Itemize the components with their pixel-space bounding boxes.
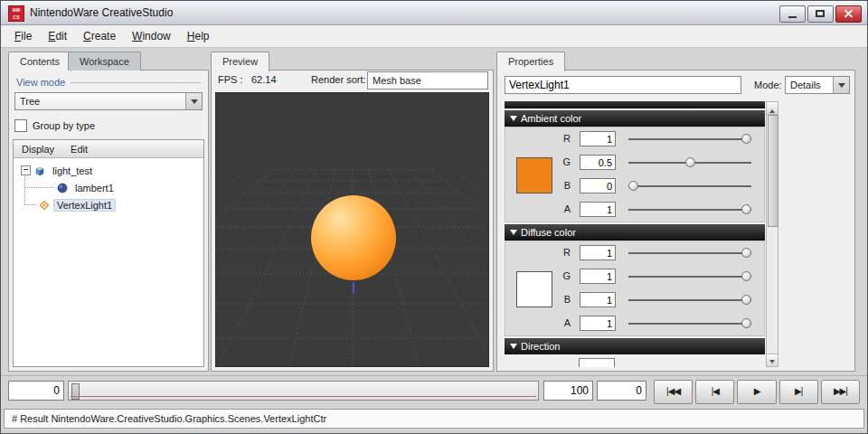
section-body-ambient: R G B A (505, 127, 765, 222)
channel-value-field[interactable] (580, 178, 616, 193)
channel-value-field[interactable] (580, 155, 616, 170)
section-header-ambient[interactable]: Ambient color (505, 110, 765, 127)
channel-value-field[interactable] (580, 292, 616, 307)
channel-row-g: G (505, 266, 764, 289)
group-by-type-row: Group by type (14, 119, 95, 132)
channel-slider[interactable] (628, 209, 751, 211)
axis-indicator (353, 282, 354, 294)
play-button[interactable]: ▶ (737, 380, 776, 404)
menubar: File Edit Create Window Help (1, 25, 867, 48)
slider-thumb[interactable] (741, 204, 751, 214)
chevron-down-icon (838, 83, 845, 91)
tree-item-lambert1[interactable]: lambert1 (14, 179, 203, 196)
slider-thumb[interactable] (741, 295, 751, 305)
slider-thumb[interactable] (741, 134, 751, 144)
channel-row-r: R (505, 128, 764, 152)
scene-tree-pane: Display Edit light_test (13, 139, 204, 367)
channel-slider[interactable] (628, 276, 751, 278)
channel-label: B (505, 180, 571, 191)
triangle-down-icon (769, 360, 775, 366)
step-back-button[interactable]: |◀ (695, 380, 734, 404)
channel-value-field[interactable] (580, 245, 616, 260)
minimize-button[interactable] (779, 5, 806, 23)
skip-to-end-button[interactable]: ▶▶| (821, 380, 860, 404)
channel-label: R (505, 247, 571, 258)
group-by-type-checkbox[interactable] (14, 119, 27, 132)
view-mode-group: View mode (16, 77, 201, 88)
section-header-diffuse[interactable]: Diffuse color (505, 224, 765, 241)
current-frame-field[interactable] (597, 381, 646, 401)
channel-slider[interactable] (628, 162, 751, 164)
tree-item-vertexlight1[interactable]: VertexLight1 (14, 196, 203, 213)
scrollbar-thumb[interactable] (768, 115, 778, 227)
menu-file[interactable]: File (6, 27, 40, 45)
3d-viewport[interactable] (215, 92, 489, 367)
scroll-up-button[interactable] (767, 102, 778, 115)
channel-slider[interactable] (628, 185, 751, 187)
collapse-icon[interactable] (21, 165, 31, 175)
scene-tree: light_test lambert1 VertexLight1 (14, 158, 203, 213)
channel-row-r: R (505, 242, 764, 266)
channel-label: R (505, 133, 571, 144)
frame-start-field[interactable] (8, 381, 64, 401)
channel-label: G (505, 270, 571, 281)
tree-item-label: VertexLight1 (53, 199, 116, 212)
tab-contents[interactable]: Contents (8, 52, 71, 71)
maximize-button[interactable] (807, 5, 834, 23)
timeline-thumb[interactable] (71, 383, 80, 400)
properties-scrollbar[interactable] (766, 101, 778, 367)
scroll-down-button[interactable] (767, 354, 778, 366)
channel-row-a: A (505, 199, 764, 222)
tab-properties[interactable]: Properties (496, 52, 565, 71)
channel-value-field[interactable] (580, 202, 616, 217)
channel-slider[interactable] (628, 323, 751, 325)
tab-preview[interactable]: Preview (211, 52, 269, 71)
fps-label: FPS : (218, 74, 243, 85)
channel-value-field[interactable] (580, 316, 616, 331)
slider-thumb[interactable] (741, 318, 751, 328)
dropdown-arrow-box (185, 93, 202, 109)
skip-to-start-button[interactable]: |◀◀ (654, 380, 693, 404)
view-mode-select[interactable]: Tree (14, 92, 203, 110)
channel-value-field[interactable] (580, 131, 616, 146)
app-icon-text-bottom: CS (9, 14, 24, 21)
slider-thumb[interactable] (741, 248, 751, 258)
channel-value-field[interactable] (580, 269, 616, 284)
channel-slider[interactable] (628, 299, 751, 301)
render-sort-select[interactable]: Mesh base (367, 71, 488, 90)
slider-thumb[interactable] (685, 157, 695, 167)
section-header-direction[interactable]: Direction (505, 338, 765, 354)
tree-item-label: light_test (49, 165, 96, 177)
channel-slider[interactable] (628, 138, 751, 140)
tree-menu-edit[interactable]: Edit (62, 142, 96, 156)
tab-workspace[interactable]: Workspace (68, 52, 141, 71)
properties-panel: Mode: Details Ambient color R G (496, 70, 855, 372)
app-icon: NW CS (8, 5, 24, 22)
tree-menu-display[interactable]: Display (14, 142, 62, 156)
window-titlebar[interactable]: NW CS NintendoWare CreativeStudio (1, 1, 867, 25)
channel-label: G (505, 156, 571, 167)
section-body-diffuse: R G B A (505, 241, 765, 336)
slider-thumb[interactable] (628, 181, 638, 191)
menu-create[interactable]: Create (75, 27, 124, 45)
frame-end-field[interactable] (543, 381, 593, 401)
slider-thumb[interactable] (741, 271, 751, 281)
channel-row-g: G (505, 152, 764, 175)
step-forward-button[interactable]: ▶| (779, 380, 818, 404)
tree-item-light-test[interactable]: light_test (14, 162, 203, 179)
render-sort-label: Render sort: (311, 74, 366, 85)
menu-window[interactable]: Window (124, 27, 179, 45)
direction-field-partial[interactable] (579, 358, 615, 367)
menu-help[interactable]: Help (179, 27, 218, 45)
section-title: Diffuse color (521, 227, 576, 238)
timeline-bar: |◀◀ |◀ ▶ ▶| ▶▶| (1, 375, 867, 407)
timeline-slider[interactable] (68, 381, 539, 401)
channel-slider[interactable] (628, 252, 751, 254)
fps-value: 62.14 (251, 74, 277, 85)
app-icon-text-top: NW (9, 6, 24, 14)
mode-select[interactable]: Details (785, 76, 850, 94)
object-name-field[interactable] (505, 76, 741, 94)
menu-edit[interactable]: Edit (40, 27, 75, 45)
close-button[interactable] (835, 5, 862, 23)
triangle-up-icon (769, 107, 775, 113)
